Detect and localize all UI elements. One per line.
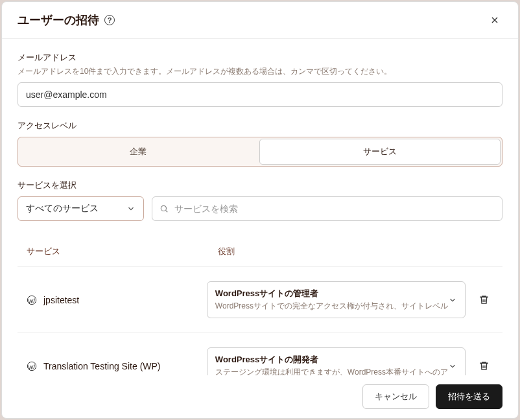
chevron-down-icon	[126, 204, 136, 213]
access-level-segmented: 企業 サービス	[18, 137, 502, 167]
role-select[interactable]: WordPressサイトの開発者 ステージング環境は利用できますが、WordPr…	[207, 347, 466, 375]
service-select-row: すべてのサービス	[18, 196, 502, 221]
access-level-service[interactable]: サービス	[259, 139, 501, 165]
delete-button[interactable]	[475, 356, 493, 375]
modal-header: ユーザーの招待 ?	[2, 2, 518, 39]
role-title: WordPressサイトの開発者	[215, 354, 448, 366]
role-text: WordPressサイトの管理者 WordPressサイトでの完全なアクセス権が…	[215, 288, 448, 312]
col-header-service: サービス	[27, 246, 218, 257]
role-desc: WordPressサイトでの完全なアクセス権が付与され、サイトレベル	[215, 301, 448, 312]
submit-button[interactable]: 招待を送る	[436, 384, 502, 409]
delete-button[interactable]	[475, 290, 493, 309]
chevron-down-icon	[448, 362, 457, 371]
service-select-label: サービスを選択	[18, 180, 502, 191]
email-section: メールアドレス メールアドレスを10件まで入力できます。メールアドレスが複数ある…	[18, 52, 502, 107]
role-text: WordPressサイトの開発者 ステージング環境は利用できますが、WordPr…	[215, 354, 448, 375]
help-icon[interactable]: ?	[104, 15, 115, 25]
service-row: jpsitetest WordPressサイトの管理者 WordPressサイト…	[18, 267, 502, 332]
trash-icon	[479, 294, 490, 305]
col-header-role: 役割	[218, 246, 493, 257]
modal-title-wrap: ユーザーの招待 ?	[18, 12, 115, 28]
service-name-wrap: jpsitetest	[27, 295, 207, 305]
modal-footer: キャンセル 招待を送る	[2, 375, 518, 418]
service-name-wrap: Translation Testing Site (WP)	[27, 361, 207, 371]
access-level-company[interactable]: 企業	[18, 137, 258, 166]
service-row: Translation Testing Site (WP) WordPressサ…	[18, 333, 502, 375]
role-desc: ステージング環境は利用できますが、WordPress本番サイトへのア	[215, 367, 448, 375]
svg-point-0	[161, 205, 166, 211]
table-header: サービス 役割	[18, 234, 502, 266]
access-level-label: アクセスレベル	[18, 120, 502, 132]
modal-title: ユーザーの招待	[18, 12, 99, 28]
cancel-button[interactable]: キャンセル	[362, 384, 429, 409]
email-label: メールアドレス	[18, 52, 502, 64]
invite-users-modal: ユーザーの招待 ? メールアドレス メールアドレスを10件まで入力できます。メー…	[1, 1, 519, 419]
service-name: jpsitetest	[43, 295, 79, 305]
close-button[interactable]	[487, 12, 502, 28]
service-search-wrap	[152, 196, 502, 221]
close-icon	[490, 15, 500, 25]
service-name: Translation Testing Site (WP)	[43, 361, 161, 371]
service-filter-dropdown[interactable]: すべてのサービス	[18, 196, 144, 221]
chevron-down-icon	[448, 296, 457, 305]
trash-icon	[479, 360, 490, 371]
wordpress-icon	[27, 361, 37, 371]
search-icon	[160, 204, 169, 213]
service-select-section: サービスを選択 すべてのサービス	[18, 180, 502, 221]
service-filter-value: すべてのサービス	[26, 203, 99, 215]
wordpress-icon	[27, 295, 37, 305]
modal-body: メールアドレス メールアドレスを10件まで入力できます。メールアドレスが複数ある…	[2, 39, 518, 375]
role-title: WordPressサイトの管理者	[215, 288, 448, 299]
role-select[interactable]: WordPressサイトの管理者 WordPressサイトでの完全なアクセス権が…	[207, 281, 466, 318]
service-search-input[interactable]	[152, 196, 502, 221]
access-level-section: アクセスレベル 企業 サービス	[18, 120, 502, 167]
email-hint: メールアドレスを10件まで入力できます。メールアドレスが複数ある場合は、カンマで…	[18, 66, 502, 77]
email-input[interactable]	[18, 82, 502, 107]
